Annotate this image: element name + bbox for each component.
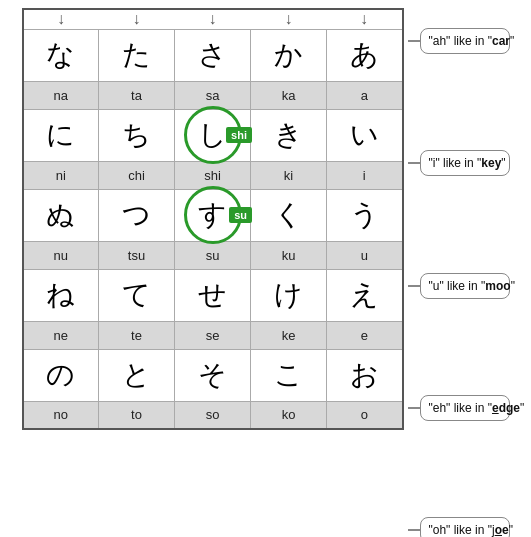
cell-tsu: つ — [99, 189, 175, 241]
romaji-nu: nu — [23, 241, 99, 269]
romaji-ku: ku — [251, 241, 327, 269]
tooltip-i-box: "i" like in "key" — [420, 150, 510, 176]
romaji-ke: ke — [251, 321, 327, 349]
hiragana-table-wrapper: ↓ ↓ ↓ ↓ ↓ な た さ か あ na ta sa ka a — [22, 8, 404, 430]
tooltip-o-text: "oh" like in "joe" — [429, 523, 513, 537]
kana-row-u: ぬ つ す su く う — [23, 189, 403, 241]
cell-su: す su — [175, 189, 251, 241]
romaji-row-u: nu tsu su ku u — [23, 241, 403, 269]
arrow-a: ↓ — [327, 9, 403, 29]
tooltip-o-box: "oh" like in "joe" — [420, 517, 510, 537]
cell-e: え — [327, 269, 403, 321]
cell-ku: く — [251, 189, 327, 241]
cell-a: あ — [327, 29, 403, 81]
tooltip-o: "oh" like in "joe" — [408, 517, 510, 537]
kana-row-i: に ち し shi き い — [23, 109, 403, 161]
cell-ne: ね — [23, 269, 99, 321]
romaji-tsu: tsu — [99, 241, 175, 269]
romaji-te: te — [99, 321, 175, 349]
romaji-o: o — [327, 401, 403, 429]
shi-badge: shi — [226, 127, 252, 143]
cell-ni: に — [23, 109, 99, 161]
cell-nu: ぬ — [23, 189, 99, 241]
main-container: ↓ ↓ ↓ ↓ ↓ な た さ か あ na ta sa ka a — [14, 0, 518, 537]
romaji-so: so — [175, 401, 251, 429]
kana-row-a: な た さ か あ — [23, 29, 403, 81]
arrow-na: ↓ — [23, 9, 99, 29]
cell-ka: か — [251, 29, 327, 81]
cell-na: な — [23, 29, 99, 81]
romaji-chi: chi — [99, 161, 175, 189]
cell-chi: ち — [99, 109, 175, 161]
tooltip-i: "i" like in "key" — [408, 150, 510, 176]
cell-i: い — [327, 109, 403, 161]
tooltip-a-text: "ah" like in "car" — [429, 34, 515, 48]
romaji-ki: ki — [251, 161, 327, 189]
cell-ko: こ — [251, 349, 327, 401]
cell-sa: さ — [175, 29, 251, 81]
arrow-ka: ↓ — [251, 9, 327, 29]
romaji-ne: ne — [23, 321, 99, 349]
romaji-a: a — [327, 81, 403, 109]
tooltip-u-box: "u" like in "moo" — [420, 273, 510, 299]
tooltips-column: "ah" like in "car" "i" like in "key" "u"… — [408, 28, 510, 537]
cell-u: う — [327, 189, 403, 241]
tooltip-a: "ah" like in "car" — [408, 28, 510, 54]
romaji-ko: ko — [251, 401, 327, 429]
kana-row-e: ね て せ け え — [23, 269, 403, 321]
cell-se: せ — [175, 269, 251, 321]
cell-so: そ — [175, 349, 251, 401]
cell-ke: け — [251, 269, 327, 321]
arrows-row: ↓ ↓ ↓ ↓ ↓ — [23, 9, 403, 29]
romaji-shi: shi — [175, 161, 251, 189]
romaji-e: e — [327, 321, 403, 349]
romaji-row-o: no to so ko o — [23, 401, 403, 429]
arrow-sa: ↓ — [175, 9, 251, 29]
romaji-row-a: na ta sa ka a — [23, 81, 403, 109]
romaji-na: na — [23, 81, 99, 109]
tooltip-e-box: "eh" like in "edge" — [420, 395, 510, 421]
romaji-row-i: ni chi shi ki i — [23, 161, 403, 189]
cell-shi: し shi — [175, 109, 251, 161]
romaji-se: se — [175, 321, 251, 349]
romaji-ta: ta — [99, 81, 175, 109]
cell-te: て — [99, 269, 175, 321]
romaji-u: u — [327, 241, 403, 269]
kana-row-o: の と そ こ お — [23, 349, 403, 401]
tooltip-a-arrow — [408, 40, 420, 42]
tooltip-e-text: "eh" like in "edge" — [429, 401, 525, 415]
tooltip-o-arrow — [408, 529, 420, 531]
romaji-sa: sa — [175, 81, 251, 109]
romaji-no: no — [23, 401, 99, 429]
romaji-i: i — [327, 161, 403, 189]
tooltip-i-arrow — [408, 162, 420, 164]
romaji-su: su — [175, 241, 251, 269]
hiragana-table: ↓ ↓ ↓ ↓ ↓ な た さ か あ na ta sa ka a — [22, 8, 404, 430]
tooltip-e-arrow — [408, 407, 420, 409]
romaji-row-e: ne te se ke e — [23, 321, 403, 349]
tooltip-i-text: "i" like in "key" — [429, 156, 506, 170]
arrow-ta: ↓ — [99, 9, 175, 29]
cell-o: お — [327, 349, 403, 401]
tooltip-u-text: "u" like in "moo" — [429, 279, 515, 293]
tooltip-e: "eh" like in "edge" — [408, 395, 510, 421]
romaji-to: to — [99, 401, 175, 429]
tooltip-u: "u" like in "moo" — [408, 273, 510, 299]
su-badge: su — [229, 207, 252, 223]
cell-ta: た — [99, 29, 175, 81]
tooltip-u-arrow — [408, 285, 420, 287]
cell-ki: き — [251, 109, 327, 161]
tooltip-a-box: "ah" like in "car" — [420, 28, 510, 54]
cell-no: の — [23, 349, 99, 401]
cell-to: と — [99, 349, 175, 401]
romaji-ni: ni — [23, 161, 99, 189]
romaji-ka: ka — [251, 81, 327, 109]
